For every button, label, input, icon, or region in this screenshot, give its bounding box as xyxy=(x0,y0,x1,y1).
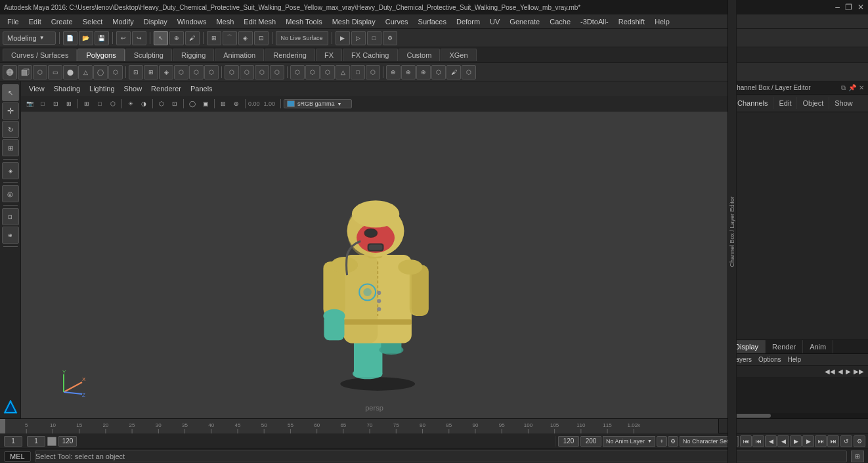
menu-file[interactable]: File xyxy=(3,16,24,27)
vp-wireframe-on-shaded-button[interactable]: ⬡ xyxy=(107,98,119,110)
move-button[interactable]: ✛ xyxy=(2,102,19,120)
mel-indicator[interactable]: MEL xyxy=(4,451,31,462)
playback-settings-button[interactable]: ⚙ xyxy=(854,435,865,447)
menu-3dto[interactable]: -3DtoAll- xyxy=(576,16,613,27)
vp-film-gate-button[interactable]: □ xyxy=(37,98,49,110)
viewport-menu-view[interactable]: View xyxy=(25,83,49,94)
menu-surfaces[interactable]: Surfaces xyxy=(414,16,451,27)
viewport[interactable]: View Shading Lighting Show Renderer Pane… xyxy=(21,81,727,418)
vp-lighting-button[interactable]: ☀ xyxy=(125,98,137,110)
ipr-button[interactable]: ▷ xyxy=(351,31,366,45)
vp-aa-button[interactable]: ▣ xyxy=(200,98,211,110)
triangulate-button[interactable]: △ xyxy=(336,65,350,79)
bevel-button[interactable]: ◈ xyxy=(159,65,173,79)
live-surface-button[interactable]: No Live Surface xyxy=(276,31,328,45)
create-disk-button[interactable]: ◯ xyxy=(93,65,108,79)
vp-field-chart-button[interactable]: ⊞ xyxy=(63,98,75,110)
tab-curves-surfaces[interactable]: Curves / Surfaces xyxy=(3,49,77,61)
tab-fx[interactable]: FX xyxy=(316,49,342,61)
anim-settings-button[interactable]: ⚙ xyxy=(668,436,678,447)
create-plane-button[interactable]: ▭ xyxy=(48,65,62,79)
go-start-button[interactable]: ⏮ xyxy=(740,435,752,447)
fill-hole-button[interactable]: ⬡ xyxy=(366,65,380,79)
vp-xray-button[interactable]: ◯ xyxy=(186,98,198,110)
fps-input[interactable] xyxy=(580,436,601,447)
status-icon[interactable]: ⊞ xyxy=(851,451,864,462)
render-settings-button[interactable]: ⚙ xyxy=(383,31,397,45)
play-start-input[interactable] xyxy=(558,436,579,447)
vp-texture-button[interactable]: ⬡ xyxy=(156,98,167,110)
separate-button[interactable]: ⬡ xyxy=(204,65,219,79)
vp-colorspace-dropdown[interactable]: sRGB gamma ▼ xyxy=(284,99,351,108)
vp-camera-button[interactable]: 📷 xyxy=(24,98,35,110)
vp-wireframe-button[interactable]: ⊞ xyxy=(81,98,93,110)
open-file-button[interactable]: 📂 xyxy=(79,31,93,45)
snap-grid-button[interactable]: ⊞ xyxy=(207,31,221,45)
create-cube-button[interactable] xyxy=(18,65,32,79)
layer-menu-help[interactable]: Help xyxy=(787,356,801,363)
select-tool-button[interactable]: ↖ xyxy=(154,31,168,45)
layer-arrow-right-fast[interactable]: ▶▶ xyxy=(854,368,864,375)
snap-surface-button[interactable]: ⊡ xyxy=(254,31,269,45)
redo-button[interactable]: ↪ xyxy=(132,31,146,45)
menu-mesh-display[interactable]: Mesh Display xyxy=(328,16,380,27)
menu-mesh-tools[interactable]: Mesh Tools xyxy=(281,16,326,27)
viewport-menu-panels[interactable]: Panels xyxy=(186,83,217,94)
boolean-button[interactable]: ⬡ xyxy=(305,65,320,79)
step-back-button[interactable]: ⏮ xyxy=(752,435,764,447)
layer-arrow-left-fast[interactable]: ◀◀ xyxy=(825,368,835,375)
extrude-button[interactable]: ⊡ xyxy=(129,65,143,79)
layer-tab-render[interactable]: Render xyxy=(766,340,803,353)
snap-to-grid-button[interactable]: ⊡ xyxy=(2,208,19,225)
command-input[interactable] xyxy=(35,451,847,462)
soft-select-button[interactable]: ◎ xyxy=(2,185,19,202)
cb-close-button[interactable]: ✕ xyxy=(859,84,864,92)
select-mode-button[interactable]: ↖ xyxy=(2,84,19,101)
tab-channels[interactable]: Channels xyxy=(732,97,773,109)
viewport-menu-shading[interactable]: Shading xyxy=(50,83,84,94)
layer-arrow-left[interactable]: ◀ xyxy=(838,368,843,375)
cb-float-button[interactable]: ⧉ xyxy=(841,84,846,92)
create-torus-button[interactable]: ⬤ xyxy=(63,65,77,79)
new-file-button[interactable]: 📄 xyxy=(63,31,77,45)
frame-end-input[interactable] xyxy=(58,436,77,447)
vp-smooth-shade-button[interactable]: □ xyxy=(94,98,106,110)
snap-curve-button[interactable]: ⌒ xyxy=(223,31,237,45)
cb-pin-button[interactable]: 📌 xyxy=(848,84,856,92)
mode-dropdown[interactable]: Modeling ▼ xyxy=(3,32,56,45)
tab-rendering[interactable]: Rendering xyxy=(265,49,315,61)
menu-redshift[interactable]: Redshift xyxy=(614,16,649,27)
display-button[interactable]: □ xyxy=(367,31,381,45)
layer-tab-anim[interactable]: Anim xyxy=(803,340,833,353)
close-button[interactable]: ✕ xyxy=(857,3,864,12)
vertex-group-button[interactable]: ⊕ xyxy=(386,65,401,79)
slide-edge-button[interactable]: ⬡ xyxy=(270,65,284,79)
layer-scrollbar-thumb[interactable] xyxy=(731,414,771,418)
rotate-button[interactable]: ↻ xyxy=(2,121,19,138)
next-key-button[interactable]: ▶ xyxy=(802,435,814,447)
tab-show[interactable]: Show xyxy=(829,97,858,109)
scale-button[interactable]: ⊞ xyxy=(2,139,19,156)
menu-curves[interactable]: Curves xyxy=(381,16,413,27)
create-prism-button[interactable]: ⬡ xyxy=(108,65,123,79)
vp-axis-button[interactable]: ⊕ xyxy=(230,98,242,110)
vp-shadow-button[interactable]: ◑ xyxy=(138,98,150,110)
last-tool-button[interactable]: ◈ xyxy=(2,162,19,179)
play-back-button[interactable]: ◀ xyxy=(777,435,789,447)
menu-uv[interactable]: UV xyxy=(485,16,504,27)
face-group-button[interactable]: ⊕ xyxy=(416,65,431,79)
paint-select-button[interactable]: 🖌 xyxy=(185,31,200,45)
frame-start-input[interactable] xyxy=(27,436,45,447)
tab-edit[interactable]: Edit xyxy=(773,97,797,109)
menu-deform[interactable]: Deform xyxy=(452,16,485,27)
vp-resolution-gate-button[interactable]: ⊡ xyxy=(50,98,62,110)
vp-uv-button[interactable]: ⊡ xyxy=(169,98,181,110)
anim-layer-dropdown[interactable]: No Anim Layer ▼ xyxy=(603,436,655,447)
menu-select[interactable]: Select xyxy=(78,16,108,27)
timeline-main[interactable]: 5 10 15 20 25 30 35 40 45 50 5 xyxy=(0,419,718,433)
tab-xgen[interactable]: XGen xyxy=(441,49,476,61)
quadrangulate-button[interactable]: □ xyxy=(351,65,365,79)
offset-edge-button[interactable]: ⬡ xyxy=(255,65,269,79)
prev-key-button[interactable]: ◀ xyxy=(765,435,777,447)
go-end-button[interactable]: ⏭ xyxy=(827,435,839,447)
